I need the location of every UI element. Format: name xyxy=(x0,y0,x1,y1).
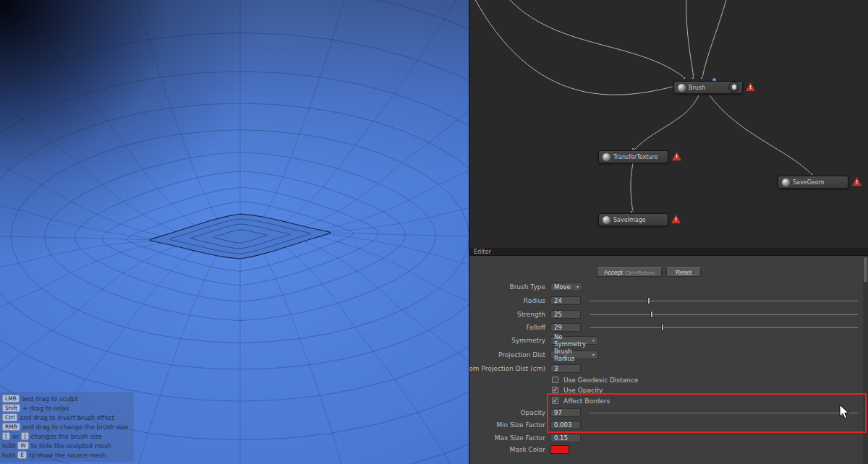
affect-borders-checkbox[interactable]: ✓ xyxy=(552,398,558,404)
hint-text: to show the source mesh xyxy=(29,452,106,459)
param-row-radius: Radius 24 xyxy=(469,296,868,306)
param-row-min-size-factor: Min Size Factor 0.003 xyxy=(469,421,868,430)
param-label: Opacity xyxy=(520,409,545,416)
checkbox-label: Affect Borders xyxy=(563,398,610,405)
node-saveimage[interactable]: SaveImage xyxy=(598,213,668,226)
param-row-use-geodesic: Use Geodesic Distance xyxy=(469,376,868,385)
param-row-projection-dist: Projection Dist Brush Radius ▾ xyxy=(469,351,868,360)
falloff-slider[interactable] xyxy=(590,327,858,328)
max-size-factor-input[interactable]: 0.15 xyxy=(550,434,581,442)
param-label: Max Size Factor xyxy=(495,434,545,442)
node-input-port[interactable] xyxy=(700,77,703,80)
strength-input[interactable]: 25 xyxy=(550,310,581,319)
falloff-input[interactable]: 29 xyxy=(550,323,581,332)
use-geodesic-checkbox[interactable] xyxy=(552,377,558,383)
hint-line: holdWto hide the sculpted mesh xyxy=(2,441,128,450)
node-wires xyxy=(469,0,868,248)
checkbox-label: Use Opacity xyxy=(563,387,603,394)
use-opacity-checkbox[interactable]: ✓ xyxy=(552,387,558,393)
hint-line: Ctrland drag to invert brush effect xyxy=(2,413,128,422)
projection-dist-dropdown[interactable]: Brush Radius ▾ xyxy=(550,351,598,359)
chevron-down-icon: ▾ xyxy=(576,283,579,291)
param-row-use-opacity: ✓ Use Opacity xyxy=(469,386,868,395)
radius-slider-handle[interactable] xyxy=(647,297,650,304)
reset-button[interactable]: Reset xyxy=(666,267,701,277)
node-transfertexture[interactable]: TransferTexture xyxy=(598,150,668,163)
hint-text: hold xyxy=(2,442,15,450)
node-input-port[interactable] xyxy=(683,77,686,80)
param-label: Mask Color xyxy=(509,446,545,453)
falloff-slider-handle[interactable] xyxy=(661,324,664,331)
param-row-affect-borders: ✓ Affect Borders xyxy=(469,397,868,406)
checkbox-label: Use Geodesic Distance xyxy=(563,377,638,384)
buttons-row: AcceptCtrl+Return Reset xyxy=(469,267,868,277)
hint-key: ] xyxy=(21,432,29,440)
chevron-down-icon: ▾ xyxy=(592,337,595,344)
chevron-down-icon: ▾ xyxy=(592,351,595,358)
brush-type-dropdown[interactable]: Move ▾ xyxy=(550,283,582,291)
light-toggle-icon[interactable] xyxy=(728,82,739,93)
param-row-strength: Strength 25 xyxy=(469,310,868,319)
hint-text: changes the brush size xyxy=(31,433,102,440)
node-wire xyxy=(686,0,694,78)
node-wire xyxy=(634,95,699,150)
param-label: Custom Projection Dist (cm) xyxy=(469,365,545,372)
custom-projection-dist-input[interactable]: 3 xyxy=(550,364,581,373)
sculpt-viewport[interactable]: LMBand drag to sculptShift+ drag to rela… xyxy=(0,0,469,464)
radius-input[interactable]: 24 xyxy=(550,296,581,305)
editor-title: Editor xyxy=(474,249,491,255)
hint-text: or xyxy=(12,433,19,440)
mouse-cursor xyxy=(839,404,851,420)
param-row-brush-type: Brush Type Move ▾ xyxy=(469,283,868,292)
strength-slider[interactable] xyxy=(590,314,858,315)
node-wire xyxy=(710,95,812,175)
node-wire xyxy=(474,0,673,95)
opacity-slider[interactable] xyxy=(590,413,858,413)
opacity-input[interactable]: 97 xyxy=(550,408,581,417)
brush-type-value: Move xyxy=(554,283,571,291)
mask-color-swatch[interactable] xyxy=(550,445,569,454)
projection-dist-value: Brush Radius xyxy=(554,348,590,362)
saveimage-node-icon xyxy=(603,216,610,224)
symmetry-value: No Symmetry xyxy=(554,333,590,348)
strength-slider-handle[interactable] xyxy=(650,311,653,318)
param-label: Symmetry xyxy=(511,337,545,344)
node-input-port[interactable] xyxy=(692,77,694,80)
hint-text: + drag to relax xyxy=(22,405,69,412)
param-label: Strength xyxy=(517,311,545,318)
hint-key: [ xyxy=(2,432,10,440)
node-label: SaveGeom xyxy=(793,179,824,186)
param-label: Min Size Factor xyxy=(496,421,545,429)
hint-text: to hide the sculpted mesh xyxy=(31,442,111,450)
param-label: Falloff xyxy=(526,324,545,331)
savegeom-node-icon xyxy=(782,179,790,186)
brush-node-icon xyxy=(678,84,686,92)
node-label: TransferTexture xyxy=(613,154,658,160)
param-row-falloff: Falloff 29 xyxy=(469,323,868,332)
hint-key: RMB xyxy=(2,423,20,431)
hint-key: E xyxy=(17,451,27,459)
node-wire xyxy=(507,0,685,78)
accept-button[interactable]: AcceptCtrl+Return xyxy=(597,267,662,277)
min-size-factor-input[interactable]: 0.003 xyxy=(550,421,581,429)
node-wire xyxy=(702,0,727,78)
node-savegeom[interactable]: SaveGeom xyxy=(778,176,848,189)
node-wire xyxy=(631,163,633,212)
node-graph[interactable]: Brush ! TransferTexture ! SaveImage ! Sa… xyxy=(469,0,868,248)
editor-panel: Editor AcceptCtrl+Return Reset Brush Typ… xyxy=(469,248,868,464)
radius-slider[interactable] xyxy=(590,301,858,301)
hint-line: holdEto show the source mesh xyxy=(2,450,128,460)
hint-text: hold xyxy=(2,452,15,459)
hint-line: LMBand drag to sculpt xyxy=(2,394,128,403)
accept-label: Accept xyxy=(604,269,623,276)
param-row-opacity: Opacity 97 xyxy=(469,408,868,418)
param-row-custom-projection-dist: Custom Projection Dist (cm) 3 xyxy=(469,364,868,374)
symmetry-dropdown[interactable]: No Symmetry ▾ xyxy=(550,336,598,345)
hint-key: LMB xyxy=(2,395,20,403)
param-label: Radius xyxy=(524,297,545,304)
hint-key: Ctrl xyxy=(2,413,17,421)
hint-key: Shift xyxy=(2,404,20,412)
viewport-hints: LMBand drag to sculptShift+ drag to rela… xyxy=(0,392,134,462)
node-label: Brush xyxy=(689,85,705,91)
hint-line: RMBand drag to change the brush size xyxy=(2,422,128,431)
